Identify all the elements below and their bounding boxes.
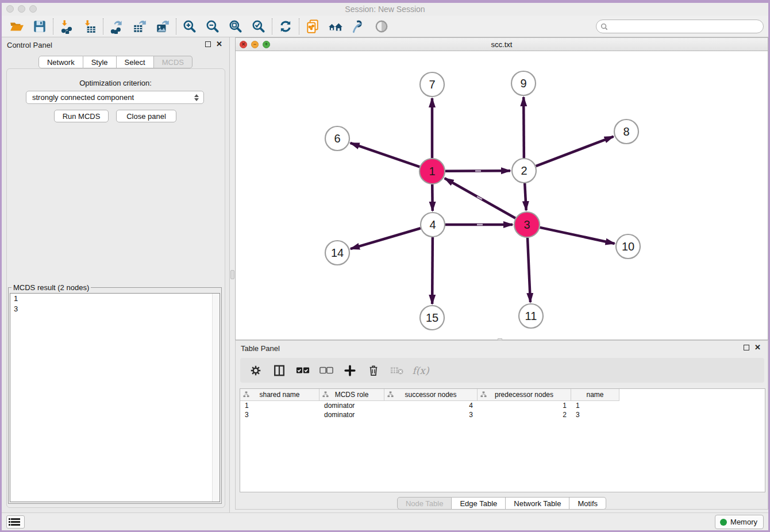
graph-node-10[interactable]: 10 xyxy=(616,234,640,259)
graph-node-14[interactable]: 14 xyxy=(325,241,349,265)
graph-node-2[interactable]: 2 xyxy=(512,159,536,183)
tab-network[interactable]: Network xyxy=(38,56,83,68)
table-cell[interactable]: 1 xyxy=(240,401,319,410)
graph-node-1[interactable]: 1 xyxy=(419,159,445,184)
tab-style[interactable]: Style xyxy=(83,56,117,68)
column-header-successor-nodes[interactable]: successor nodes xyxy=(384,389,478,401)
table-row[interactable]: 3dominator323 xyxy=(240,410,765,419)
table-settings-button[interactable] xyxy=(248,363,263,378)
graph-node-7[interactable]: 7 xyxy=(420,72,444,97)
mcds-result-list[interactable]: 13 xyxy=(10,293,220,502)
mcds-result-box: MCDS result (2 nodes) 13 xyxy=(8,283,222,504)
save-session-button[interactable] xyxy=(28,17,51,36)
scrollbar-track[interactable] xyxy=(212,294,220,502)
splitter-grip-icon[interactable] xyxy=(230,270,234,279)
function-builder-button[interactable]: f(x) xyxy=(413,363,428,378)
graphics-details-button[interactable] xyxy=(347,17,370,36)
duplicate-network-button[interactable] xyxy=(301,17,324,36)
network-window-titlebar[interactable]: ✕ − + scc.txt xyxy=(236,38,768,51)
first-neighbors-button[interactable] xyxy=(324,17,347,36)
column-header-shared-name[interactable]: shared name xyxy=(240,389,319,401)
tab-node-table[interactable]: Node Table xyxy=(397,497,452,510)
edge-2-3[interactable] xyxy=(525,183,526,210)
tab-network-table[interactable]: Network Table xyxy=(506,497,569,510)
table-cell[interactable]: 3 xyxy=(240,410,319,419)
import-table-icon xyxy=(82,19,97,34)
open-file-button[interactable] xyxy=(5,17,28,36)
tab-select[interactable]: Select xyxy=(117,56,154,68)
zoom-out-button[interactable] xyxy=(201,17,224,36)
tab-edge-table[interactable]: Edge Table xyxy=(452,497,506,510)
edge-3-10[interactable] xyxy=(540,228,614,244)
export-image-icon xyxy=(155,19,170,34)
hierarchy-sort-icon xyxy=(243,391,249,398)
export-table-button[interactable] xyxy=(128,17,151,36)
zoom-selected-button[interactable] xyxy=(247,17,270,36)
refresh-view-button[interactable] xyxy=(274,17,297,36)
split-columns-button[interactable] xyxy=(272,363,287,378)
close-panel-icon[interactable]: ✕ xyxy=(216,40,222,48)
table-row[interactable]: 1dominator411 xyxy=(240,401,765,410)
create-column-button[interactable] xyxy=(342,363,357,378)
table-cell[interactable]: dominator xyxy=(319,401,384,410)
task-history-button[interactable] xyxy=(6,515,25,529)
graph-node-9[interactable]: 9 xyxy=(511,71,536,95)
network-graph[interactable]: 7968124314101511 xyxy=(236,51,768,340)
delete-table-button[interactable] xyxy=(390,363,405,378)
import-network-button[interactable] xyxy=(55,17,78,36)
title-bar: Session: New Session xyxy=(2,3,768,16)
table-cell[interactable]: 3 xyxy=(384,410,478,419)
graph-node-11[interactable]: 11 xyxy=(519,304,543,328)
clear-column-selection-button[interactable] xyxy=(319,363,334,378)
edge-1-6[interactable] xyxy=(351,143,420,167)
close-table-panel-icon[interactable]: ✕ xyxy=(754,343,761,352)
mcds-result-item[interactable]: 3 xyxy=(10,304,220,314)
table-toolbar: f(x) xyxy=(240,358,764,383)
table-cell[interactable]: 1 xyxy=(478,401,571,410)
graph-node-4[interactable]: 4 xyxy=(421,213,445,237)
zoom-fit-button[interactable] xyxy=(224,17,247,36)
search-input[interactable] xyxy=(611,21,763,32)
edge-4-15[interactable] xyxy=(432,237,433,304)
tab-motifs[interactable]: Motifs xyxy=(569,497,606,510)
criterion-dropdown[interactable]: strongly connected component xyxy=(26,91,204,104)
tab-mcds[interactable]: MCDS xyxy=(154,56,192,68)
table-cell[interactable]: 2 xyxy=(478,410,571,419)
column-header-name[interactable]: name xyxy=(571,389,619,401)
edge-3-11[interactable] xyxy=(528,238,530,302)
edge-4-14[interactable] xyxy=(351,228,421,249)
birds-eye-button[interactable] xyxy=(370,17,393,36)
table-cell[interactable]: 3 xyxy=(571,410,619,419)
table-cell[interactable]: dominator xyxy=(319,410,384,419)
select-all-columns-button[interactable] xyxy=(295,363,310,378)
mcds-result-item[interactable]: 1 xyxy=(10,294,220,304)
graph-node-8[interactable]: 8 xyxy=(614,119,638,144)
edge-2-9[interactable] xyxy=(523,97,524,158)
search-field[interactable] xyxy=(596,20,764,33)
import-table-button[interactable] xyxy=(78,17,101,36)
float-panel-icon[interactable] xyxy=(205,41,211,47)
network-canvas[interactable]: 7968124314101511 xyxy=(236,51,768,340)
edge-2-8[interactable] xyxy=(536,137,614,167)
export-image-button[interactable] xyxy=(151,17,174,36)
run-mcds-button[interactable]: Run MCDS xyxy=(54,110,109,122)
panel-splitter[interactable] xyxy=(230,37,235,512)
graph-node-15[interactable]: 15 xyxy=(420,306,444,330)
export-network-button[interactable] xyxy=(105,17,128,36)
delete-column-button[interactable] xyxy=(366,363,381,378)
memory-button[interactable]: Memory xyxy=(715,515,764,529)
graph-node-6[interactable]: 6 xyxy=(325,126,349,151)
close-panel-button[interactable]: Close panel xyxy=(116,110,176,122)
node-label: 1 xyxy=(429,165,435,178)
graph-node-3[interactable]: 3 xyxy=(514,212,540,237)
node-table[interactable]: shared nameMCDS rolesuccessor nodesprede… xyxy=(240,388,765,492)
column-header-predecessor-nodes[interactable]: predecessor nodes xyxy=(478,389,571,401)
float-table-panel-icon[interactable] xyxy=(744,345,749,350)
column-header-MCDS-role[interactable]: MCDS role xyxy=(319,389,384,401)
edge-label-mark xyxy=(477,224,483,226)
zoom-in-button[interactable] xyxy=(178,17,201,36)
table-cell[interactable]: 4 xyxy=(384,401,478,410)
mcds-result-title: MCDS result (2 nodes) xyxy=(11,283,91,292)
toolbar-separator xyxy=(299,18,299,34)
table-cell[interactable]: 1 xyxy=(571,401,619,410)
